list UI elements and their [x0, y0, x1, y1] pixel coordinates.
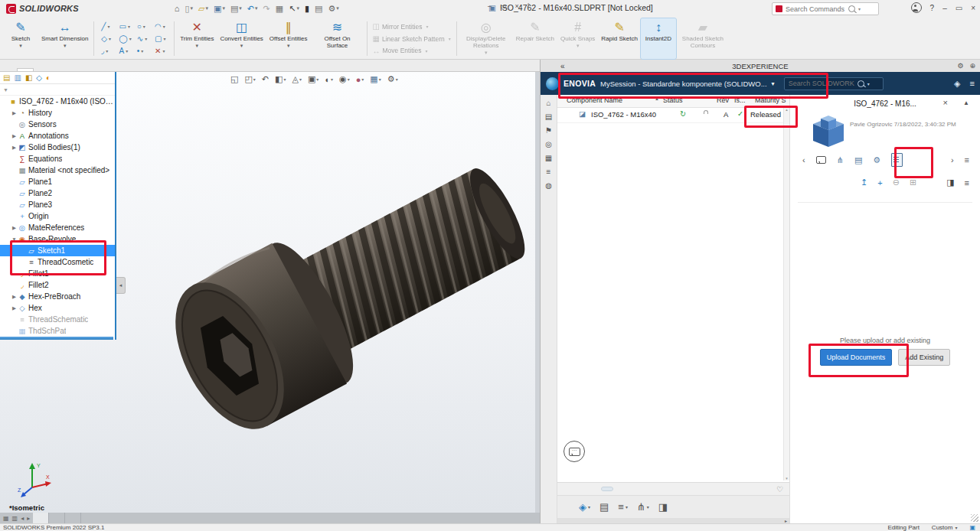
search-caret-icon[interactable]: ▾ — [867, 81, 870, 86]
strip-app-button[interactable]: ▦ — [545, 154, 552, 162]
view-tool-button[interactable]: ◐ ▾ — [322, 74, 335, 85]
dropdown-caret-icon[interactable]: ▾ — [588, 504, 590, 510]
upload-icon[interactable]: ↥ — [861, 178, 867, 187]
dropdown-caret-icon[interactable]: ▾ — [205, 5, 208, 11]
resize-handle[interactable] — [971, 514, 978, 522]
help-icon[interactable]: ? — [930, 4, 935, 12]
quick-access-button[interactable]: ↷ — [261, 2, 273, 15]
ribbon-button[interactable]: ◫ Mirror Entities ▾ — [373, 21, 451, 32]
restore-icon[interactable]: ▭ — [956, 4, 962, 12]
sketch-entity-button[interactable]: ○ ▾ — [136, 20, 151, 32]
tree-item[interactable]: ▦ Material <not specified> — [0, 165, 115, 176]
dropdown-caret-icon[interactable]: ▾ — [222, 5, 225, 11]
sketch-entity-button[interactable]: ▭ ▾ — [118, 20, 133, 32]
tree-item[interactable]: ▶ A Annotations — [0, 130, 115, 142]
tree-item[interactable]: ◎ Sensors — [0, 119, 115, 130]
dropdown-caret-icon[interactable]: ▾ — [485, 50, 488, 56]
view-toolbar-button[interactable]: ⋔ ▾ — [637, 501, 649, 513]
widget-tab[interactable] — [570, 487, 580, 490]
panel-menu-icon[interactable]: ≡ — [965, 155, 969, 165]
expand-arrow-icon[interactable]: ▶ — [11, 110, 18, 116]
scroll-right-icon[interactable]: › — [951, 155, 954, 165]
close-icon[interactable]: × — [971, 4, 975, 12]
document-icon[interactable] — [891, 153, 903, 167]
view-toolbar-button[interactable]: ◨ — [658, 501, 668, 513]
column-rev[interactable]: Rev — [717, 96, 729, 104]
dropdown-caret-icon[interactable]: ▾ — [126, 48, 128, 54]
view-tool-button[interactable]: ◱ — [228, 73, 240, 85]
ribbon-tab[interactable] — [51, 68, 67, 71]
column-is[interactable]: Is... — [734, 96, 746, 104]
3dexperience-status-icon[interactable]: ▣ — [969, 524, 975, 531]
ribbon-button[interactable]: ✎ Sketch ▾ — [3, 18, 38, 59]
model-tab[interactable] — [33, 513, 49, 523]
tree-item[interactable]: ▼ ◉ Base-Revolve — [0, 233, 115, 245]
tree-item[interactable]: ▱ Plane3 — [0, 199, 115, 210]
collapse-panel-icon[interactable]: « — [560, 62, 565, 70]
dropdown-caret-icon[interactable]: ▾ — [361, 77, 364, 82]
strip-app-button[interactable]: ⌂ — [546, 99, 550, 107]
tree-item[interactable]: ≡ ThreadSchematic — [0, 314, 115, 325]
component-name-cell[interactable]: ISO_4762 - M16x40 — [591, 110, 656, 119]
tab-scroll-right-icon[interactable]: ▸ — [27, 515, 30, 522]
split-view-icon[interactable]: ▦ — [3, 515, 9, 522]
minimize-icon[interactable]: – — [942, 4, 947, 12]
platform-search-input[interactable] — [789, 80, 854, 87]
chevron-down-icon[interactable]: ▾ — [772, 80, 775, 87]
view-tool-button[interactable]: ◉ ▾ — [337, 73, 352, 85]
dropdown-caret-icon[interactable]: ▾ — [163, 24, 165, 29]
detail-collapse-icon[interactable]: ▲ — [963, 99, 969, 106]
panel-gear-icon[interactable]: ⚙ — [957, 62, 963, 70]
strip-app-button[interactable]: ◍ — [545, 181, 552, 190]
ribbon-button[interactable]: ∥ Offset Entities ▾ — [266, 18, 311, 59]
quick-access-button[interactable]: ↖ ▾ — [286, 2, 302, 15]
tree-item[interactable]: + Origin — [0, 210, 115, 222]
scroll-right-icon[interactable]: ▸ — [785, 518, 787, 523]
ribbon-tab[interactable] — [34, 68, 51, 71]
tile-view-icon[interactable]: ◨ — [946, 178, 954, 187]
widget-tab[interactable] — [580, 487, 591, 490]
tree-item[interactable]: ▶ ◔ History — [0, 107, 115, 119]
doc-restore-icon[interactable]: ▭ — [500, 2, 507, 10]
sketch-entity-button[interactable]: A ▾ — [118, 44, 133, 57]
expand-arrow-icon[interactable]: ▶ — [11, 225, 18, 231]
dropdown-caret-icon[interactable]: ▾ — [143, 24, 145, 29]
tree-item[interactable]: ▶ ◆ Hex-PreBroach — [0, 291, 115, 302]
view-tool-button[interactable]: ◧ ▾ — [273, 73, 288, 85]
quick-access-button[interactable]: ▯ ▾ — [182, 2, 195, 15]
column-maturity[interactable]: Maturity S — [755, 96, 786, 104]
dropdown-caret-icon[interactable]: ▾ — [426, 24, 428, 29]
tree-item[interactable]: ▶ ◎ MateReferences — [0, 222, 115, 233]
component-thumbnail[interactable] — [807, 112, 850, 148]
strip-app-button[interactable]: ▤ — [545, 112, 552, 121]
tree-item[interactable]: ◞ Fillet2 — [0, 279, 115, 291]
view-tool-button[interactable]: ↶ — [260, 73, 271, 85]
ribbon-button[interactable]: ◫ Convert Entities ▾ — [217, 18, 266, 59]
sketch-entity-button[interactable]: • ▾ — [136, 44, 151, 57]
dropdown-caret-icon[interactable]: ▾ — [449, 36, 451, 41]
dropdown-caret-icon[interactable]: ▾ — [145, 36, 147, 41]
ribbon-button[interactable]: ✎ Rapid Sketch — [598, 18, 641, 59]
command-search-input[interactable] — [786, 5, 845, 13]
dropdown-caret-icon[interactable]: ▾ — [106, 48, 108, 54]
ribbon-collapse-icon[interactable]: ˆ — [528, 2, 530, 10]
quick-access-button[interactable]: ↶ ▾ — [245, 2, 260, 15]
tree-filter-bar[interactable]: ▼ — [0, 84, 115, 96]
dropdown-caret-icon[interactable]: ▾ — [128, 24, 130, 29]
tree-item[interactable]: ∑ Equations — [0, 153, 115, 165]
ribbon-button[interactable]: ▰ Shaded Sketch Contours — [676, 18, 730, 59]
expand-arrow-icon[interactable]: ▶ — [11, 305, 18, 311]
dropdown-caret-icon[interactable]: ▾ — [379, 77, 381, 82]
tag-icon[interactable]: ◈ — [954, 79, 960, 89]
search-caret-icon[interactable]: ▾ — [858, 6, 861, 11]
view-tool-button[interactable]: ◬ ▾ — [289, 73, 303, 85]
strip-app-button[interactable]: ◎ — [545, 140, 552, 148]
model-tab[interactable] — [49, 513, 65, 523]
tree-item[interactable]: ▱ Plane1 — [0, 176, 115, 187]
favorite-icon[interactable]: ♡ — [776, 485, 789, 494]
dropdown-caret-icon[interactable]: ▾ — [283, 77, 286, 82]
quick-access-button[interactable]: ▦ — [273, 2, 286, 15]
dropdown-caret-icon[interactable]: ▾ — [196, 43, 199, 49]
dropdown-caret-icon[interactable]: ▾ — [129, 36, 132, 41]
expand-arrow-icon[interactable]: ▶ — [11, 145, 18, 151]
